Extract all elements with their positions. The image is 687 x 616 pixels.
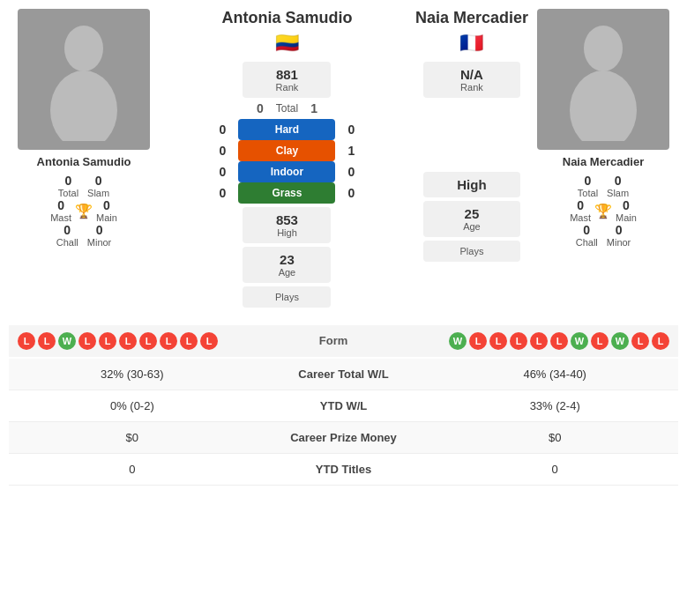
player2-main: 0 xyxy=(623,198,630,212)
hard-p1: 0 xyxy=(213,122,231,137)
form-badge: L xyxy=(550,332,568,350)
form-badge: L xyxy=(652,332,669,350)
form-badge: L xyxy=(139,332,157,350)
player2-ytd-titles: 0 xyxy=(449,463,661,476)
form-badge: L xyxy=(489,332,507,350)
total-p2: 1 xyxy=(305,101,323,115)
player2-flag: 🇫🇷 xyxy=(459,32,483,55)
form-badge: W xyxy=(571,332,588,350)
player1-mast: 0 xyxy=(57,198,64,212)
player2-rank-val: N/A xyxy=(437,67,506,82)
clay-p1: 0 xyxy=(213,144,231,158)
player2-avatar xyxy=(537,9,669,150)
player1-chall-label: Chall xyxy=(56,237,78,248)
player2-age-lbl: Age xyxy=(437,221,506,232)
indoor-row: 0 Indoor 0 xyxy=(159,161,415,182)
form-badge: W xyxy=(449,332,467,350)
form-badge: L xyxy=(18,332,35,350)
player2-mast-label: Mast xyxy=(570,212,591,223)
form-badge: L xyxy=(469,332,487,350)
player1-slam: 0 xyxy=(95,174,102,188)
player2-minor-group: 0 Minor xyxy=(607,223,631,248)
form-badge: L xyxy=(160,332,177,350)
player2-rank-lbl: Rank xyxy=(437,82,506,93)
player1-slam-label: Slam xyxy=(87,188,109,198)
main-container: Antonia Samudio 0 Total 0 Slam 0 Mast 🏆 xyxy=(0,0,687,494)
clay-row: 0 Clay 1 xyxy=(159,140,415,161)
player2-mast-group: 0 Mast xyxy=(570,198,591,223)
player2-ytd-wl: 33% (2-4) xyxy=(449,399,661,412)
player1-main-label: Main xyxy=(96,212,117,223)
player2-main-group: 0 Main xyxy=(616,198,637,223)
form-badge: L xyxy=(510,332,527,350)
player1-total-label: Total xyxy=(58,188,78,198)
grass-p2: 0 xyxy=(342,186,360,200)
prize-row: $0 Career Prize Money $0 xyxy=(9,422,678,454)
player1-ytd-titles: 0 xyxy=(26,463,238,476)
player1-ytd-wl: 0% (0-2) xyxy=(26,399,238,412)
player1-high-val: 853 xyxy=(257,212,317,227)
player1-stats: 0 Total 0 Slam xyxy=(9,174,159,198)
player1-rank-box: 881 Rank xyxy=(243,62,331,98)
player1-bottom-stats: 0 Chall 0 Minor xyxy=(9,223,159,248)
career-wl-label: Career Total W/L xyxy=(238,367,450,381)
player1-center-name: Antonia Samudio xyxy=(221,9,352,28)
career-wl-row: 32% (30-63) Career Total W/L 46% (34-40) xyxy=(9,359,678,390)
player2-chall: 0 xyxy=(583,223,590,237)
player1-high-box: 853 High xyxy=(243,207,331,243)
player2-trophy-icon: 🏆 xyxy=(594,203,612,219)
form-badge: L xyxy=(180,332,198,350)
form-badge: W xyxy=(611,332,629,350)
ytd-wl-label: YTD W/L xyxy=(238,399,450,412)
grass-row: 0 Grass 0 xyxy=(159,182,415,204)
player1-trophy-row: 0 Mast 🏆 0 Main xyxy=(50,198,117,223)
player2-plays-lbl: Plays xyxy=(437,246,506,256)
player2-center: Naia Mercadier 🇫🇷 N/A Rank High 25 Age P… xyxy=(415,9,528,265)
form-badge: L xyxy=(78,332,96,350)
player2-total-label: Total xyxy=(578,188,598,198)
form-section: LLWLLLLLLL Form WLLLLLWLWLL xyxy=(9,325,678,357)
player2-minor: 0 xyxy=(616,223,623,237)
ytd-titles-row: 0 YTD Titles 0 xyxy=(9,454,678,486)
player1-name: Antonia Samudio xyxy=(37,155,131,168)
total-label: Total xyxy=(276,102,298,115)
player2-high-val: High xyxy=(437,177,506,192)
player2-chall-label: Chall xyxy=(576,237,598,248)
player2-high-box: High xyxy=(423,172,520,197)
form-label: Form xyxy=(319,334,348,347)
player1-mast-label: Mast xyxy=(50,212,71,223)
player1-main: 0 xyxy=(103,198,110,212)
form-badge: L xyxy=(530,332,548,350)
player2-bottom-stats: 0 Chall 0 Minor xyxy=(528,223,678,248)
player2-age-box: 25 Age xyxy=(423,201,520,237)
player2-main-label: Main xyxy=(616,212,637,223)
player1-minor-label: Minor xyxy=(87,237,112,248)
indoor-p2: 0 xyxy=(342,165,360,179)
player1-chall: 0 xyxy=(63,223,71,237)
player1-form-badges: LLWLLLLLLL xyxy=(18,332,218,350)
form-badge: L xyxy=(591,332,609,350)
form-badge: L xyxy=(99,332,116,350)
indoor-p1: 0 xyxy=(213,165,231,179)
player2-total: 0 xyxy=(585,174,592,188)
player1-mast-group: 0 Mast xyxy=(50,198,71,223)
player1-avatar xyxy=(18,9,150,150)
player2-name-flag: Naia Mercadier 🇫🇷 xyxy=(415,9,528,62)
player2-prize: $0 xyxy=(449,431,661,444)
player1-age-lbl: Age xyxy=(257,267,317,278)
hard-p2: 0 xyxy=(342,122,360,137)
player2-minor-label: Minor xyxy=(607,237,631,248)
player2-chall-group: 0 Chall xyxy=(576,223,598,248)
player1-career-wl: 32% (30-63) xyxy=(26,367,238,381)
svg-point-1 xyxy=(50,71,117,141)
clay-btn: Clay xyxy=(238,140,335,161)
svg-point-2 xyxy=(584,26,623,71)
player2-slam-group: 0 Slam xyxy=(607,174,629,198)
player2-plays-box: Plays xyxy=(423,241,520,262)
player1-minor-group: 0 Minor xyxy=(87,223,112,248)
form-badge: L xyxy=(200,332,218,350)
player1-flag: 🇨🇴 xyxy=(275,32,299,55)
grass-p1: 0 xyxy=(213,186,231,200)
indoor-btn: Indoor xyxy=(238,161,335,182)
player1-card: Antonia Samudio 0 Total 0 Slam 0 Mast 🏆 xyxy=(9,9,159,248)
